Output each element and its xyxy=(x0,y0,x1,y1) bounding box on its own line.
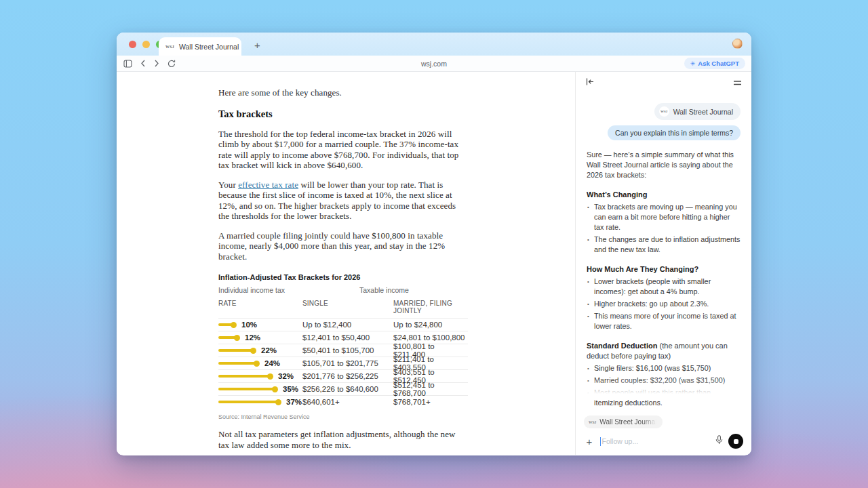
column-header-rate: RATE xyxy=(218,300,302,314)
section-heading: What’s Changing xyxy=(587,190,741,200)
table-subhead-left: Individual income tax xyxy=(218,286,359,294)
chatgpt-sidebar: WSJ Wall Street Journal Can you explain … xyxy=(575,72,751,455)
url-display[interactable]: wsj.com xyxy=(421,60,447,68)
married-range: $24,801 to $100,800 xyxy=(393,333,468,342)
wsj-favicon-icon: WSJ xyxy=(589,420,596,424)
add-attachment-icon[interactable]: + xyxy=(584,436,595,447)
chatgpt-logo-icon: ✳ xyxy=(690,60,696,67)
follow-up-input[interactable] xyxy=(601,437,710,445)
section-heading: Standard Deduction (the amount you can d… xyxy=(587,341,741,361)
rate-bar xyxy=(218,362,258,365)
tax-brackets-table: Inflation-Adjusted Tax Brackets for 2026… xyxy=(218,273,468,420)
chat-messages[interactable]: WSJ Wall Street Journal Can you explain … xyxy=(576,94,751,414)
ask-chatgpt-label: Ask ChatGPT xyxy=(698,60,739,67)
married-range: $768,701+ xyxy=(393,398,468,406)
bullet-item: Most people will use this rather than it… xyxy=(587,388,741,408)
forward-icon[interactable] xyxy=(154,60,159,67)
rate-label: 24% xyxy=(264,359,280,367)
article-pane[interactable]: Here are some of the key changes. Tax br… xyxy=(117,72,575,455)
bullet-item: Single filers: $16,100 (was $15,750) xyxy=(587,363,741,373)
single-range: $105,701 to $201,775 xyxy=(302,359,393,367)
bullet-item: The changes are due to inflation adjustm… xyxy=(587,235,741,255)
bullet-item: Married couples: $32,200 (was $31,500) xyxy=(587,375,741,386)
single-range: $201,776 to $256,225 xyxy=(302,372,393,380)
chat-menu-icon[interactable] xyxy=(733,77,742,89)
browser-window: WSJ Wall Street Journal + xyxy=(117,33,751,455)
close-window-button[interactable] xyxy=(129,41,136,48)
column-header-single: SINGLE xyxy=(302,300,393,314)
article-paragraph: Your effective tax rate will be lower th… xyxy=(218,180,468,222)
rate-label: 10% xyxy=(241,321,257,329)
sidebar-toggle-icon[interactable] xyxy=(123,60,132,68)
wsj-favicon-icon: WSJ xyxy=(165,45,174,49)
assistant-intro: Sure — here’s a simple summary of what t… xyxy=(587,150,741,180)
married-range: $512,451 to $768,700 xyxy=(393,381,468,397)
article-intro: Here are some of the key changes. xyxy=(218,87,468,98)
rate-label: 12% xyxy=(245,333,260,342)
stop-icon xyxy=(734,439,738,444)
minimize-window-button[interactable] xyxy=(142,41,150,48)
voice-mode-button[interactable] xyxy=(728,434,743,449)
rate-label: 22% xyxy=(261,346,277,354)
rate-bar xyxy=(218,349,254,352)
rate-label: 32% xyxy=(278,372,294,380)
new-tab-button[interactable]: + xyxy=(250,37,265,53)
column-header-married: MARRIED, FILING JOINTLY xyxy=(393,300,468,314)
table-title: Inflation-Adjusted Tax Brackets for 2026 xyxy=(218,273,468,281)
browser-toolbar: wsj.com ✳ Ask ChatGPT xyxy=(117,56,751,72)
tax-bracket-row: 35% $256,226 to $640,600 $512,451 to $76… xyxy=(218,382,468,395)
browser-tab[interactable]: WSJ Wall Street Journal xyxy=(159,37,241,56)
ask-chatgpt-button[interactable]: ✳ Ask ChatGPT xyxy=(684,58,745,69)
married-range: Up to $24,800 xyxy=(393,321,468,329)
table-subhead-right: Taxable income xyxy=(359,286,409,294)
wsj-favicon-icon: WSJ xyxy=(659,106,669,117)
single-range: $256,226 to $640,600 xyxy=(302,385,393,393)
section-heading: How Much Are They Changing? xyxy=(587,264,741,274)
text-cursor xyxy=(600,437,601,446)
bullet-item: Higher brackets: go up about 2.3%. xyxy=(587,299,741,309)
single-range: Up to $12,400 xyxy=(302,321,393,329)
tab-title: Wall Street Journal xyxy=(179,43,239,51)
user-message-bubble: Can you explain this in simple terms? xyxy=(608,125,741,140)
bullet-item: Lower brackets (people with smaller inco… xyxy=(587,277,741,297)
rate-label: 35% xyxy=(283,385,298,393)
rate-bar xyxy=(218,401,279,403)
source-chip-label: Wall Street Journal xyxy=(673,108,733,116)
tax-bracket-row: 10% Up to $12,400 Up to $24,800 xyxy=(218,318,468,331)
single-range: $640,601+ xyxy=(302,398,393,406)
effective-tax-rate-link[interactable]: effective tax rate xyxy=(238,180,298,190)
rate-bar xyxy=(218,336,238,339)
table-source: Source: Internal Revenue Service xyxy=(218,413,468,420)
single-range: $50,401 to $105,700 xyxy=(302,346,393,354)
microphone-icon[interactable] xyxy=(715,435,723,447)
collapse-sidebar-icon[interactable] xyxy=(585,77,595,89)
assistant-message: Sure — here’s a simple summary of what t… xyxy=(587,150,741,414)
attachment-chip[interactable]: WSJ Wall Street Journal xyxy=(584,415,663,428)
article-heading-tax-brackets: Tax brackets xyxy=(218,108,468,120)
source-chip[interactable]: WSJ Wall Street Journal xyxy=(654,103,741,120)
profile-avatar[interactable] xyxy=(732,39,743,49)
rate-label: 37% xyxy=(286,398,302,406)
bullet-item: Tax brackets are moving up — meaning you… xyxy=(587,202,741,232)
single-range: $12,401 to $50,400 xyxy=(302,333,393,342)
article-paragraph: The threshold for the top federal income… xyxy=(218,129,468,171)
article-paragraph: A married couple filing jointly could ha… xyxy=(218,230,468,262)
tab-strip: WSJ Wall Street Journal + xyxy=(117,33,751,56)
attachment-chip-label: Wall Street Journal xyxy=(599,418,656,426)
rate-bar xyxy=(218,323,235,326)
bullet-item: This means more of your income is taxed … xyxy=(587,311,741,331)
rate-bar xyxy=(218,375,271,378)
composer: + xyxy=(584,434,743,449)
article-paragraph: Not all tax parameters get inflation adj… xyxy=(218,429,468,450)
reload-icon[interactable] xyxy=(167,60,176,68)
back-icon[interactable] xyxy=(140,60,146,67)
rate-bar xyxy=(218,388,276,390)
